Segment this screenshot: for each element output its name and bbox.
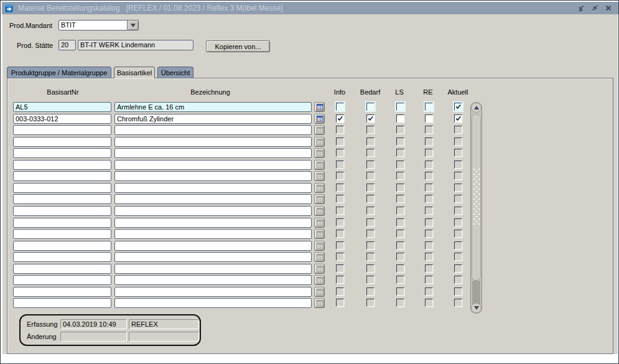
list-window-icon [316, 230, 323, 238]
bezeichnung-cell[interactable] [114, 287, 312, 297]
bezeichnung-cell[interactable]: Chromfuß Zylinder [114, 114, 312, 124]
checkbox-bedarf [366, 230, 375, 238]
basisartnr-cell[interactable] [13, 218, 111, 228]
bezeichnung-cell[interactable] [114, 298, 312, 308]
window-icon [4, 4, 14, 13]
maximize-button[interactable] [590, 3, 600, 13]
checkbox-info[interactable] [336, 114, 344, 123]
basisartnr-cell[interactable] [13, 194, 111, 204]
row-detail-button [314, 275, 325, 285]
checkbox-ls [396, 138, 404, 146]
checkbox-aktuell [454, 299, 462, 307]
basisartnr-cell[interactable] [13, 183, 111, 193]
bezeichnung-cell[interactable] [114, 137, 312, 147]
tab-basisartikel[interactable]: Basisartikel [114, 67, 155, 78]
row-detail-button[interactable] [314, 114, 325, 124]
bezeichnung-cell[interactable] [114, 194, 312, 204]
basisartnr-cell[interactable] [13, 241, 111, 251]
checkbox-bedarf[interactable] [366, 103, 375, 111]
bezeichnung-cell[interactable] [114, 183, 312, 193]
basisartnr-cell[interactable]: 003-0333-012 [13, 114, 111, 124]
bezeichnung-cell[interactable] [114, 252, 312, 262]
prod-mandant-select[interactable]: BTIT [58, 20, 139, 30]
tab-uebersicht[interactable]: Übersicht [157, 67, 193, 78]
checkbox-ls [396, 287, 404, 296]
checkbox-info[interactable] [336, 103, 344, 111]
checkbox-aktuell[interactable] [454, 103, 462, 111]
checkbox-info [336, 126, 344, 134]
column-header-bezeichnung: Bezeichnung [190, 88, 230, 96]
table-row [13, 252, 473, 263]
checkbox-info [336, 195, 344, 203]
checkbox-ls[interactable] [396, 103, 404, 111]
list-window-icon [316, 115, 323, 123]
checkbox-aktuell[interactable] [454, 114, 462, 123]
checkbox-info [336, 161, 344, 169]
basisartnr-cell[interactable] [13, 148, 111, 158]
column-header-basisartnr: BasisartNr [47, 88, 78, 96]
bezeichnung-cell[interactable] [114, 229, 312, 239]
bezeichnung-cell[interactable] [114, 264, 312, 274]
checkbox-aktuell [454, 241, 462, 250]
checkbox-re [425, 230, 433, 238]
table-row [13, 241, 473, 251]
bezeichnung-cell[interactable] [114, 206, 312, 216]
dropdown-arrow-button[interactable] [127, 21, 138, 30]
checkbox-re [425, 184, 433, 192]
bezeichnung-cell[interactable] [114, 125, 312, 135]
bezeichnung-cell[interactable] [114, 171, 312, 181]
scroll-down-button[interactable] [471, 303, 482, 313]
basisartnr-cell[interactable] [13, 206, 111, 216]
bezeichnung-cell[interactable] [114, 218, 312, 228]
prod-staette-code-field[interactable]: 20 [58, 40, 76, 50]
minimize-button[interactable] [576, 3, 586, 13]
checkbox-re[interactable] [425, 114, 433, 123]
list-window-icon [316, 265, 323, 273]
basisartnr-cell[interactable] [13, 160, 111, 170]
basisartnr-cell[interactable] [13, 298, 111, 308]
bezeichnung-cell[interactable] [114, 241, 312, 251]
scroll-up-button[interactable] [471, 103, 482, 113]
checkbox-bedarf[interactable] [366, 114, 375, 123]
checkbox-re[interactable] [425, 103, 433, 111]
checkbox-ls [396, 230, 404, 238]
vertical-scrollbar[interactable] [470, 102, 482, 314]
checkbox-re [425, 161, 433, 169]
basisartnr-cell[interactable] [13, 171, 111, 181]
check-column-header-info: Info [334, 88, 345, 96]
prod-staette-name-field[interactable]: BT-IT WERK Lindemann [78, 40, 193, 50]
basisartnr-cell[interactable] [13, 229, 111, 239]
bezeichnung-cell[interactable] [114, 148, 312, 158]
bezeichnung-cell[interactable] [114, 275, 312, 285]
checkbox-ls[interactable] [396, 114, 404, 123]
kopieren-von-button-top[interactable]: Kopieren von... [206, 40, 270, 52]
triangle-down-icon [474, 306, 479, 310]
checkbox-info [336, 138, 344, 146]
bezeichnung-cell[interactable]: Armlehne E ca. 16 cm [114, 102, 312, 112]
list-window-icon [316, 207, 323, 215]
basisartnr-cell[interactable] [13, 264, 111, 274]
checkbox-re [425, 218, 433, 226]
erfassung-date-field: 04.03.2019 10:49 [60, 319, 127, 329]
basisartnr-cell[interactable] [13, 252, 111, 262]
table-row [13, 206, 473, 217]
app-window: Material Bereitstellungskatalog [REFLEX … [0, 0, 619, 364]
row-detail-button[interactable] [314, 102, 325, 112]
bezeichnung-cell[interactable] [114, 160, 312, 170]
check-column-header-bedarf: Bedarf [360, 88, 380, 96]
scrollbar-track[interactable] [472, 281, 480, 304]
triangle-down-icon [131, 24, 136, 27]
basisartnr-cell[interactable]: AL5 [13, 102, 111, 112]
checkbox-info [336, 264, 344, 273]
basisartnr-cell[interactable] [13, 125, 111, 135]
title-bar: Material Bereitstellungskatalog [REFLEX … [2, 2, 618, 14]
list-window-icon [316, 253, 323, 261]
basisartnr-cell[interactable] [13, 275, 111, 285]
scrollbar-thumb[interactable] [472, 114, 481, 281]
erfassung-label: Erfassung [27, 320, 58, 328]
tab-produktgruppe-materialgruppe[interactable]: Produktgruppe / Materialgruppe [7, 67, 111, 78]
basisartnr-cell[interactable] [13, 137, 111, 147]
checkbox-re [425, 207, 433, 215]
basisartnr-cell[interactable] [13, 287, 111, 297]
close-button[interactable] [603, 3, 613, 13]
